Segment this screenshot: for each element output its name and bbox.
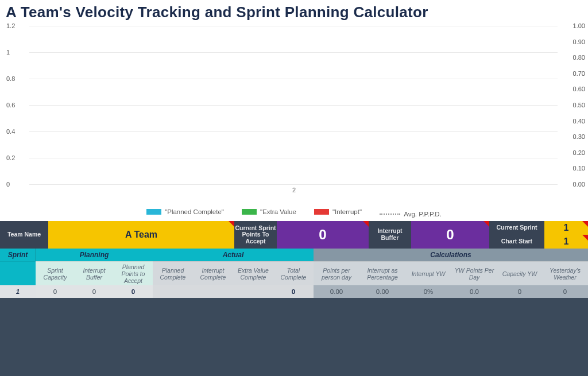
chart-start-value[interactable]: 1 — [544, 235, 588, 249]
cell-sprint-capacity[interactable]: 0 — [36, 285, 75, 298]
col-planned-points-to-accept: Planned Points to Accept — [114, 261, 153, 285]
cell-planned-complete[interactable] — [153, 285, 193, 298]
col-points-per-person-day: Points per person day — [314, 261, 359, 285]
y-right-tick: 0.50 — [560, 102, 585, 108]
col-sprint-placeholder — [0, 261, 36, 285]
y-left-tick: 1.2 — [6, 22, 32, 29]
empty-rows-area — [0, 298, 588, 376]
cell-points-per-person-day: 0.00 — [314, 285, 359, 298]
y-left-tick: 0 — [6, 181, 32, 188]
y-right-tick: 0.00 — [560, 181, 585, 188]
y-left-tick: 1 — [6, 49, 32, 56]
group-calculations: Calculations — [314, 249, 588, 261]
cell-yesterdays-weather: 0 — [542, 285, 588, 298]
col-interrupt-yw: Interrupt YW — [405, 261, 451, 285]
cell-total-complete: 0 — [273, 285, 314, 298]
legend-swatch-icon — [314, 209, 329, 215]
col-yw-points-per-day: YW Points Per Day — [451, 261, 497, 285]
table-column-header: Sprint Capacity Interrupt Buffer Planned… — [0, 261, 588, 285]
cell-capacity-yw: 0 — [497, 285, 542, 298]
cell-interrupt-complete[interactable] — [193, 285, 233, 298]
current-sprint-points-label: Current Sprint Points To Accept — [234, 221, 277, 249]
legend-swatch-icon — [146, 209, 161, 215]
cell-extra-value-complete[interactable] — [233, 285, 273, 298]
chart-y-axis-left: 1.2 1 0.8 0.6 0.4 0.2 0 — [3, 26, 28, 184]
table-row: 1 0 0 0 0 0.00 0.00 0% 0.0 0 0 — [0, 285, 588, 298]
cell-sprint-number: 1 — [0, 285, 36, 298]
table-group-header: Sprint Planning Actual Calculations — [0, 249, 588, 261]
interrupt-buffer-value: 0 — [411, 221, 489, 249]
chart-plot-area — [29, 26, 558, 184]
col-interrupt-as-percentage: Interrupt as Percentage — [359, 261, 405, 285]
cell-interrupt-as-percentage: 0.00 — [359, 285, 405, 298]
legend-label: "Planned Complete" — [165, 208, 224, 215]
col-interrupt-buffer: Interrupt Buffer — [75, 261, 114, 285]
legend-line-icon — [380, 214, 400, 215]
legend-item-avg-pppd: Avg. P.P.P.D. — [380, 211, 442, 218]
col-sprint-capacity: Sprint Capacity — [36, 261, 75, 285]
team-name-value[interactable]: A Team — [48, 221, 234, 249]
y-right-tick: 0.10 — [560, 165, 585, 172]
page-title: A Team's Velocity Tracking and Sprint Pl… — [0, 0, 588, 22]
legend-label: Avg. P.P.P.D. — [404, 211, 442, 218]
y-left-tick: 0.8 — [6, 75, 32, 82]
velocity-chart: 1.2 1 0.8 0.6 0.4 0.2 0 1.00 0.90 0.80 0… — [3, 24, 585, 207]
col-extra-value-complete: Extra Value Complete — [233, 261, 273, 285]
y-right-tick: 0.80 — [560, 54, 585, 61]
team-name-label: Team Name — [0, 221, 48, 249]
legend-item-extra-value: "Extra Value — [242, 208, 296, 215]
current-sprint-value[interactable]: 1 — [544, 221, 588, 235]
cell-interrupt-buffer[interactable]: 0 — [75, 285, 114, 298]
cell-interrupt-yw: 0% — [405, 285, 451, 298]
current-sprint-points-value: 0 — [277, 221, 369, 249]
y-left-tick: 0.4 — [6, 128, 32, 135]
y-right-tick: 0.70 — [560, 70, 585, 77]
col-interrupt-complete: Interrupt Complete — [193, 261, 233, 285]
summary-band: Team Name A Team Current Sprint Points T… — [0, 221, 588, 249]
chart-y-axis-right: 1.00 0.90 0.80 0.70 0.60 0.50 0.40 0.30 … — [560, 26, 585, 184]
legend-label: "Interrupt" — [332, 208, 362, 215]
chart-legend: "Planned Complete" "Extra Value "Interru… — [0, 207, 588, 221]
col-yesterdays-weather: Yesterday's Weather — [542, 261, 588, 285]
y-right-tick: 0.30 — [560, 133, 585, 140]
current-sprint-label: Current Sprint — [489, 221, 544, 235]
group-planning: Planning — [36, 249, 153, 261]
legend-item-interrupt: "Interrupt" — [314, 208, 362, 215]
cell-planned-points-to-accept[interactable]: 0 — [114, 285, 153, 298]
legend-label: "Extra Value — [260, 208, 296, 215]
y-right-tick: 0.20 — [560, 149, 585, 156]
legend-swatch-icon — [242, 209, 257, 215]
chart-start-label: Chart Start — [489, 235, 544, 249]
legend-item-planned-complete: "Planned Complete" — [146, 208, 224, 215]
group-sprint: Sprint — [0, 249, 36, 261]
interrupt-buffer-label: Interrupt Buffer — [369, 221, 411, 249]
y-left-tick: 0.2 — [6, 154, 32, 161]
chart-x-tick: 2 — [292, 187, 296, 193]
y-right-tick: 0.90 — [560, 38, 585, 45]
col-planned-complete: Planned Complete — [153, 261, 193, 285]
group-actual: Actual — [153, 249, 314, 261]
y-right-tick: 0.40 — [560, 118, 585, 125]
y-left-tick: 0.6 — [6, 102, 32, 108]
col-capacity-yw: Capacity YW — [497, 261, 542, 285]
y-right-tick: 1.00 — [560, 22, 585, 29]
y-right-tick: 0.60 — [560, 86, 585, 92]
col-total-complete: Total Complete — [273, 261, 314, 285]
cell-yw-points-per-day: 0.0 — [451, 285, 497, 298]
